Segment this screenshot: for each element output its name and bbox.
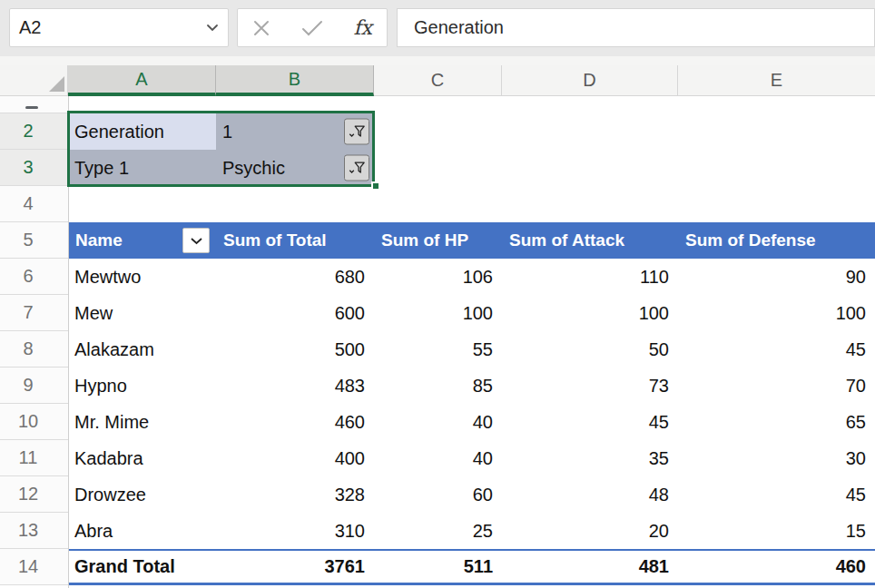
cell-hp[interactable]: 55	[374, 331, 502, 368]
cell-total[interactable]: 328	[216, 476, 374, 513]
row-header-1[interactable]	[0, 96, 68, 113]
cell-hp[interactable]: 25	[374, 513, 502, 549]
row-header[interactable]: 13	[0, 513, 68, 549]
cell-hp[interactable]: 100	[374, 295, 502, 331]
empty-row: 4	[0, 186, 875, 222]
cell-defense[interactable]: 15	[678, 513, 875, 549]
column-header-d[interactable]: D	[502, 65, 678, 96]
cell-name[interactable]: Mewtwo	[68, 259, 216, 295]
chevron-down-icon[interactable]	[206, 24, 219, 32]
table-row: 7 Mew 600 100 100 100	[0, 295, 875, 331]
cell-hp[interactable]: 60	[374, 476, 502, 513]
cell-total[interactable]: 310	[216, 513, 374, 549]
cell-defense[interactable]: 45	[678, 476, 875, 513]
cell-total[interactable]: 460	[216, 404, 374, 440]
cell-grand-defense[interactable]: 460	[678, 549, 875, 585]
name-filter-dropdown-button[interactable]	[182, 228, 210, 253]
header-text: Name	[75, 230, 123, 250]
name-box[interactable]: A2	[9, 8, 229, 47]
cell-defense[interactable]: 65	[678, 404, 875, 440]
cell-total[interactable]: 400	[216, 440, 374, 476]
cell-total[interactable]: 680	[216, 259, 374, 295]
row-header[interactable]: 8	[0, 331, 68, 368]
filter-row-type1: 3 Type 1 Psychic	[0, 150, 875, 186]
cell-name[interactable]: Kadabra	[68, 440, 216, 476]
cell-filter-label[interactable]: Generation	[68, 113, 216, 150]
cell-hp[interactable]: 40	[374, 440, 502, 476]
column-header-c[interactable]: C	[374, 65, 502, 96]
row-header[interactable]: 9	[0, 368, 68, 404]
column-header-b[interactable]: B	[216, 65, 374, 96]
cell-defense[interactable]: 100	[678, 295, 875, 331]
table-row: 11 Kadabra 400 40 35 30	[0, 440, 875, 476]
cell-total[interactable]: 483	[216, 368, 374, 404]
filter-dropdown-button[interactable]	[344, 155, 369, 181]
cell-attack[interactable]: 73	[502, 368, 678, 404]
cell-hp[interactable]: 85	[374, 368, 502, 404]
row-header[interactable]: 5	[0, 222, 68, 259]
cell-filter-label[interactable]: Type 1	[68, 150, 216, 186]
formula-text: Generation	[414, 17, 504, 38]
cell-attack[interactable]: 45	[502, 404, 678, 440]
fill-handle[interactable]	[371, 181, 380, 191]
pivot-header-name[interactable]: Name	[68, 222, 216, 259]
cell-filter-value[interactable]: 1	[216, 113, 374, 150]
column-header-a[interactable]: A	[68, 65, 216, 96]
cell-grand-hp[interactable]: 511	[374, 549, 502, 585]
cell-grand-attack[interactable]: 481	[502, 549, 678, 585]
pivot-header-defense[interactable]: Sum of Defense	[678, 222, 875, 259]
column-header-e[interactable]: E	[678, 65, 875, 96]
cell-attack[interactable]: 35	[502, 440, 678, 476]
grand-total-row: 14 Grand Total 3761 511 481 460	[0, 549, 875, 585]
filter-value-text: Psychic	[222, 158, 285, 179]
select-all-corner[interactable]	[0, 65, 68, 96]
row-header[interactable]: 10	[0, 404, 68, 440]
cancel-icon[interactable]	[252, 19, 270, 37]
row-header[interactable]: 2	[0, 113, 68, 150]
row-1-sliver	[0, 96, 875, 113]
cell-grand-total[interactable]: 3761	[216, 549, 374, 585]
pivot-header-row: 5 Name Sum of Total Sum of HP Sum of Att…	[0, 222, 875, 259]
cell-attack[interactable]: 48	[502, 476, 678, 513]
cell-attack[interactable]: 110	[502, 259, 678, 295]
cell-defense[interactable]: 70	[678, 368, 875, 404]
fx-icon[interactable]: fx	[353, 18, 372, 38]
cell-name[interactable]: Mr. Mime	[68, 404, 216, 440]
row-header[interactable]: 12	[0, 476, 68, 513]
row-header[interactable]: 11	[0, 440, 68, 476]
cell-name[interactable]: Drowzee	[68, 476, 216, 513]
pivot-header-total[interactable]: Sum of Total	[216, 222, 374, 259]
row-header[interactable]: 14	[0, 549, 68, 585]
cell-defense[interactable]: 90	[678, 259, 875, 295]
cell-total[interactable]: 600	[216, 295, 374, 331]
row-header[interactable]: 3	[0, 150, 68, 186]
cell-attack[interactable]: 50	[502, 331, 678, 368]
column-headers: A B C D E	[0, 65, 875, 96]
cell-hp[interactable]: 106	[374, 259, 502, 295]
cell-grand-total-label[interactable]: Grand Total	[68, 549, 216, 585]
cell-hp[interactable]: 40	[374, 404, 502, 440]
row-header[interactable]: 6	[0, 259, 68, 295]
row-header[interactable]: 7	[0, 295, 68, 331]
clipped-row-number	[25, 106, 38, 109]
formula-bar[interactable]: Generation	[397, 8, 875, 47]
pivot-header-attack[interactable]: Sum of Attack	[502, 222, 678, 259]
header-gap-band	[0, 56, 875, 65]
cell-name[interactable]: Hypno	[68, 368, 216, 404]
cell-defense[interactable]: 30	[678, 440, 875, 476]
enter-check-icon[interactable]	[301, 20, 323, 36]
pivot-header-hp[interactable]: Sum of HP	[374, 222, 502, 259]
cell-reference: A2	[19, 17, 206, 38]
cell-attack[interactable]: 20	[502, 513, 678, 549]
table-row: 12 Drowzee 328 60 48 45	[0, 476, 875, 513]
cell-name[interactable]: Alakazam	[68, 331, 216, 368]
cell-attack[interactable]: 100	[502, 295, 678, 331]
filter-dropdown-button[interactable]	[344, 119, 369, 145]
cell-total[interactable]: 500	[216, 331, 374, 368]
row-header[interactable]: 4	[0, 186, 68, 222]
cell-defense[interactable]: 45	[678, 331, 875, 368]
cell-name[interactable]: Mew	[68, 295, 216, 331]
cell-name[interactable]: Abra	[68, 513, 216, 549]
table-row: 13 Abra 310 25 20 15	[0, 513, 875, 549]
cell-filter-value[interactable]: Psychic	[216, 150, 374, 186]
